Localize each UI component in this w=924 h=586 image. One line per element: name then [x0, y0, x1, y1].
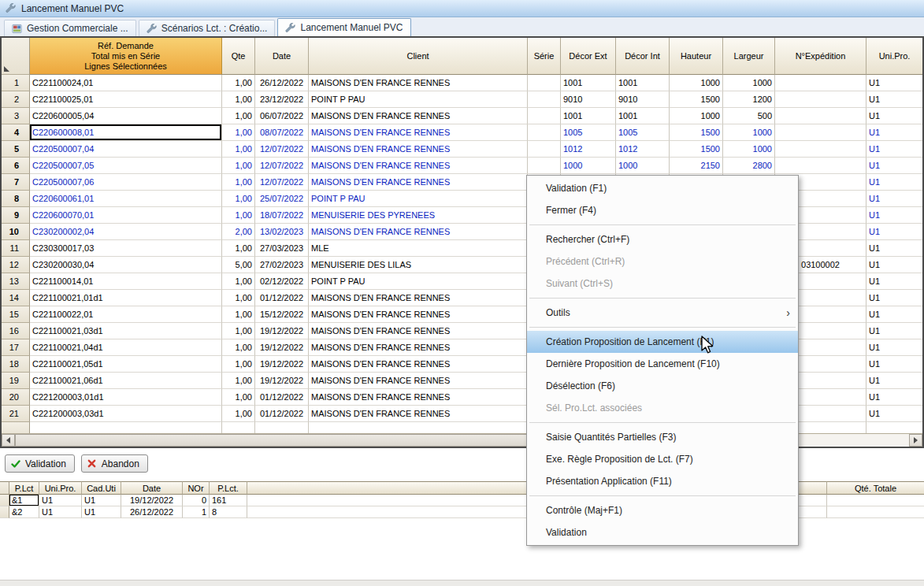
grid-cell[interactable]: MAISONS D'EN FRANCE RENNES [309, 174, 528, 191]
grid-cell[interactable]: 23/12/2022 [255, 91, 309, 108]
context-menu-item[interactable]: Fermer (F4) [527, 199, 798, 221]
context-menu-item[interactable]: Rechercher (Ctrl+F) [527, 228, 798, 250]
grid-cell[interactable]: 27/03/2023 [255, 240, 309, 257]
grid-cell[interactable]: 8 [210, 506, 247, 518]
grid-cell-ref[interactable]: C220500007,06 [30, 174, 222, 191]
grid-cell[interactable]: 9010 [616, 91, 670, 108]
grid-cell-ref[interactable]: C220500007,04 [30, 141, 222, 158]
grid-cell[interactable] [827, 495, 924, 506]
grid-cell[interactable]: U1 [866, 191, 922, 207]
grid-row[interactable]: 4C220600008,011,0008/07/2022MAISONS D'EN… [2, 124, 922, 141]
row-number-cell[interactable]: 11 [2, 240, 30, 257]
grid-cell[interactable]: 1 [183, 506, 210, 518]
row-number-cell[interactable]: 19 [2, 373, 30, 389]
grid-cell[interactable] [827, 506, 924, 518]
tab-gestion-commerciale[interactable]: Gestion Commerciale ... [4, 20, 136, 36]
row-number-cell[interactable]: 8 [2, 191, 30, 207]
grid-cell[interactable]: 1001 [616, 75, 670, 91]
grid-cell[interactable]: MAISONS D'EN FRANCE RENNES [309, 108, 528, 124]
column-header[interactable]: Série [528, 38, 561, 75]
grid-cell[interactable]: 1,00 [222, 273, 255, 290]
grid-cell-ref[interactable]: C221100021,01d1 [30, 290, 222, 306]
grid-cell[interactable] [528, 75, 561, 91]
grid-cell[interactable]: U1 [82, 495, 121, 506]
grid-cell[interactable]: 1005 [616, 124, 670, 141]
context-menu-item[interactable]: Saisie Quantités Partielles (F3) [527, 426, 798, 448]
grid-cell[interactable]: U1 [39, 506, 82, 518]
grid-cell[interactable]: U1 [866, 323, 922, 339]
grid-cell[interactable]: MLE [309, 240, 528, 257]
row-number-cell[interactable]: 10 [2, 224, 30, 240]
context-menu-item[interactable]: Désélection (F6) [527, 375, 798, 397]
row-number-cell[interactable]: 12 [2, 257, 30, 273]
grid-cell[interactable]: U1 [866, 389, 922, 406]
context-menu-item[interactable]: Dernière Proposition de Lancement (F10) [527, 353, 798, 375]
grid-cell[interactable]: 1000 [616, 158, 670, 174]
column-header[interactable]: Date [121, 481, 183, 495]
grid-cell[interactable]: 12/07/2022 [255, 141, 309, 158]
grid-cell[interactable]: 1005 [561, 124, 616, 141]
grid-cell[interactable]: 1,00 [222, 356, 255, 373]
column-header-ref-demande[interactable]: Réf. Demande Total mis en Série Lignes S… [30, 38, 222, 75]
grid-cell[interactable]: 1012 [616, 141, 670, 158]
column-header[interactable]: Cad.Uti [82, 481, 121, 495]
row-number-cell[interactable]: 2 [2, 91, 30, 108]
context-menu-item[interactable]: Exe. Règle Proposition de Lct. (F7) [527, 448, 798, 470]
grid-cell[interactable]: MAISONS D'EN FRANCE RENNES [309, 373, 528, 389]
column-header[interactable]: NOr [183, 481, 210, 495]
grid-cell-ref[interactable]: C221100024,01 [30, 75, 222, 91]
grid-cell-ref[interactable]: C221100021,06d1 [30, 373, 222, 389]
grid-cell[interactable]: U1 [866, 339, 922, 356]
row-selector[interactable] [0, 495, 9, 506]
grid-cell[interactable]: POINT P PAU [309, 91, 528, 108]
grid-cell[interactable]: U1 [866, 108, 922, 124]
grid-cell[interactable]: 161 [210, 495, 247, 506]
grid-row[interactable]: 1C221100024,011,0026/12/2022MAISONS D'EN… [2, 75, 922, 91]
grid-cell[interactable]: 19/12/2022 [255, 356, 309, 373]
grid-cell[interactable]: 1,00 [222, 141, 255, 158]
grid-cell[interactable]: 1000 [723, 124, 775, 141]
column-header[interactable]: Uni.Pro. [39, 481, 82, 495]
grid-cell[interactable]: 1,00 [222, 191, 255, 207]
grid-cell[interactable]: 2800 [723, 158, 775, 174]
grid-cell[interactable]: 01/12/2022 [255, 290, 309, 306]
grid-cell[interactable]: 1012 [561, 141, 616, 158]
grid-row[interactable]: 6C220500007,051,0012/07/2022MAISONS D'EN… [2, 158, 922, 174]
select-all-corner[interactable] [2, 38, 30, 75]
grid-cell[interactable]: 1000 [723, 141, 775, 158]
grid-cell[interactable]: 1,00 [222, 406, 255, 422]
context-menu-item[interactable]: Validation [527, 521, 798, 543]
grid-cell-ref[interactable]: C221200003,01d1 [30, 389, 222, 406]
column-header[interactable]: N°Expédition [775, 38, 866, 75]
column-header[interactable]: P.Lct [9, 481, 39, 495]
row-number-cell[interactable]: 16 [2, 323, 30, 339]
grid-cell[interactable]: 1000 [670, 108, 723, 124]
grid-cell[interactable]: 06/07/2022 [255, 108, 309, 124]
column-header[interactable]: Uni.Pro. [866, 38, 922, 75]
grid-cell-ref[interactable]: C220600061,01 [30, 191, 222, 207]
grid-cell[interactable]: MAISONS D'EN FRANCE RENNES [309, 158, 528, 174]
grid-cell[interactable]: 08/07/2022 [255, 124, 309, 141]
grid-cell-ref[interactable]: C221100021,04d1 [30, 339, 222, 356]
column-header[interactable]: Qte [222, 38, 255, 75]
grid-row[interactable]: 3C220600005,041,0006/07/2022MAISONS D'EN… [2, 108, 922, 124]
grid-cell[interactable] [222, 422, 255, 433]
grid-cell[interactable]: MAISONS D'EN FRANCE RENNES [309, 141, 528, 158]
grid-cell[interactable]: 1200 [723, 91, 775, 108]
row-number-cell[interactable]: 3 [2, 108, 30, 124]
grid-cell[interactable]: 1,00 [222, 108, 255, 124]
grid-cell[interactable]: 01/12/2022 [255, 389, 309, 406]
column-header[interactable]: Date [255, 38, 309, 75]
grid-cell[interactable] [528, 141, 561, 158]
row-number-cell[interactable]: 6 [2, 158, 30, 174]
grid-cell[interactable]: 1,00 [222, 306, 255, 323]
row-number-cell[interactable]: 17 [2, 339, 30, 356]
grid-cell[interactable]: MAISONS D'EN FRANCE RENNES [309, 224, 528, 240]
grid-cell[interactable] [255, 422, 309, 433]
row-number-cell[interactable]: 14 [2, 290, 30, 306]
grid-cell[interactable]: 13/02/2023 [255, 224, 309, 240]
validation-button[interactable]: Validation [5, 454, 75, 473]
grid-cell[interactable]: 1000 [561, 158, 616, 174]
column-header[interactable]: Décor Int [616, 38, 670, 75]
grid-cell[interactable]: 1001 [561, 75, 616, 91]
